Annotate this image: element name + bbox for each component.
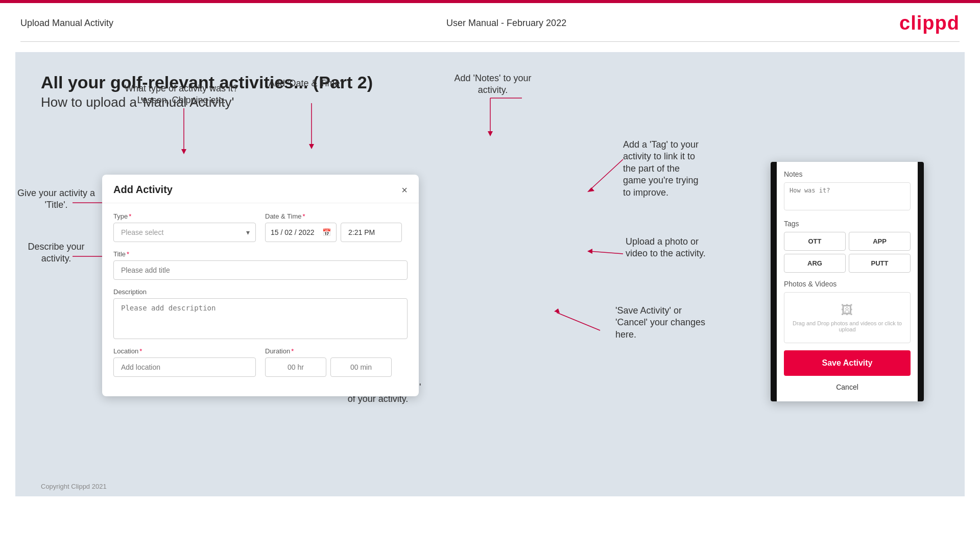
location-group: Location* xyxy=(113,347,256,377)
modal-header: Add Activity × xyxy=(102,175,419,203)
svg-marker-3 xyxy=(309,144,314,149)
close-button[interactable]: × xyxy=(401,185,408,195)
tag-arg[interactable]: ARG xyxy=(784,254,846,273)
form-row-4: Location* Duration* xyxy=(113,347,408,377)
tag-app[interactable]: APP xyxy=(849,232,911,251)
calendar-icon: 📅 xyxy=(322,228,331,236)
phone-left-bar xyxy=(771,162,777,401)
title-input[interactable] xyxy=(113,260,408,280)
phone-panel: Notes Tags OTT APP ARG PUTT Photos & Vid… xyxy=(771,162,924,401)
tag-ott[interactable]: OTT xyxy=(784,232,846,251)
svg-marker-24 xyxy=(587,249,592,254)
phone-inner: Notes Tags OTT APP ARG PUTT Photos & Vid… xyxy=(777,162,918,401)
annotation-type: What type of activity was it? Lesson, Ch… xyxy=(123,83,240,107)
phone-right-bar xyxy=(918,162,924,401)
form-row-1: Type* Please select Date & Time* 15 / xyxy=(113,212,408,242)
header: Upload Manual Activity User Manual - Feb… xyxy=(0,3,980,41)
svg-marker-22 xyxy=(587,187,594,192)
datetime-label: Date & Time* xyxy=(265,212,408,220)
svg-line-23 xyxy=(590,251,623,254)
datetime-group: Date & Time* 15 / 02 / 2022 📅 2:21 PM xyxy=(265,212,408,242)
svg-marker-19 xyxy=(488,131,493,136)
datetime-inputs: 15 / 02 / 2022 📅 2:21 PM xyxy=(265,223,408,242)
date-input[interactable]: 15 / 02 / 2022 📅 xyxy=(265,223,337,242)
title-label: Title* xyxy=(113,250,408,258)
annotation-description: Describe youractivity. xyxy=(15,241,97,265)
type-select-wrapper: Please select xyxy=(113,223,256,242)
add-activity-modal: Add Activity × Type* Please select xyxy=(102,175,419,396)
type-select[interactable]: Please select xyxy=(113,223,256,242)
annotation-title: Give your activity a'Title'. xyxy=(15,187,97,211)
duration-hr-input[interactable] xyxy=(265,357,326,377)
cancel-button[interactable]: Cancel xyxy=(784,381,911,393)
type-label: Type* xyxy=(113,212,256,220)
svg-line-21 xyxy=(590,159,623,190)
svg-marker-26 xyxy=(554,308,560,313)
type-group: Type* Please select xyxy=(113,212,256,242)
modal-body: Type* Please select Date & Time* 15 / xyxy=(102,203,419,396)
description-group: Description xyxy=(113,288,408,339)
annotation-notes: Add 'Notes' to youractivity. xyxy=(429,73,557,97)
photos-section: Photos & Videos 🖼 Drag and Drop photos a… xyxy=(784,280,911,343)
photos-label: Photos & Videos xyxy=(784,280,911,288)
annotation-save: 'Save Activity' or'Cancel' your changesh… xyxy=(615,305,753,341)
notes-input[interactable] xyxy=(784,182,911,210)
upload-icon: 🖼 xyxy=(790,303,905,317)
description-label: Description xyxy=(113,288,408,296)
header-divider xyxy=(20,41,960,42)
location-label: Location* xyxy=(113,347,256,355)
description-input[interactable] xyxy=(113,298,408,339)
svg-marker-1 xyxy=(181,149,186,154)
annotation-datetime: Add 'Date & Time'. xyxy=(255,78,357,89)
save-activity-button[interactable]: Save Activity xyxy=(784,350,911,376)
location-input[interactable] xyxy=(113,357,256,377)
time-input[interactable]: 2:21 PM xyxy=(341,223,402,242)
duration-label: Duration* xyxy=(265,347,408,355)
tag-putt[interactable]: PUTT xyxy=(849,254,911,273)
upload-text: Drag and Drop photos and videos or click… xyxy=(790,320,905,332)
title-group: Title* xyxy=(113,250,408,280)
tags-label: Tags xyxy=(784,220,911,228)
svg-line-25 xyxy=(557,313,600,330)
copyright: Copyright Clippd 2021 xyxy=(41,483,107,490)
header-left: Upload Manual Activity xyxy=(20,18,113,29)
tags-grid: OTT APP ARG PUTT xyxy=(784,232,911,273)
header-center: User Manual - February 2022 xyxy=(446,18,566,29)
duration-group: Duration* xyxy=(265,347,408,377)
annotation-tag: Add a 'Tag' to youractivity to link it t… xyxy=(623,139,756,199)
duration-inputs xyxy=(265,357,408,377)
modal-title: Add Activity xyxy=(113,184,173,196)
logo: clippd xyxy=(899,12,960,34)
main-content: All your golf-relevant activities... (Pa… xyxy=(15,52,965,496)
upload-area[interactable]: 🖼 Drag and Drop photos and videos or cli… xyxy=(784,292,911,343)
tags-section: Tags OTT APP ARG PUTT xyxy=(784,220,911,273)
duration-min-input[interactable] xyxy=(330,357,392,377)
notes-section: Notes xyxy=(784,170,911,212)
notes-label: Notes xyxy=(784,170,911,178)
annotation-upload: Upload a photo orvideo to the activity. xyxy=(626,236,748,260)
